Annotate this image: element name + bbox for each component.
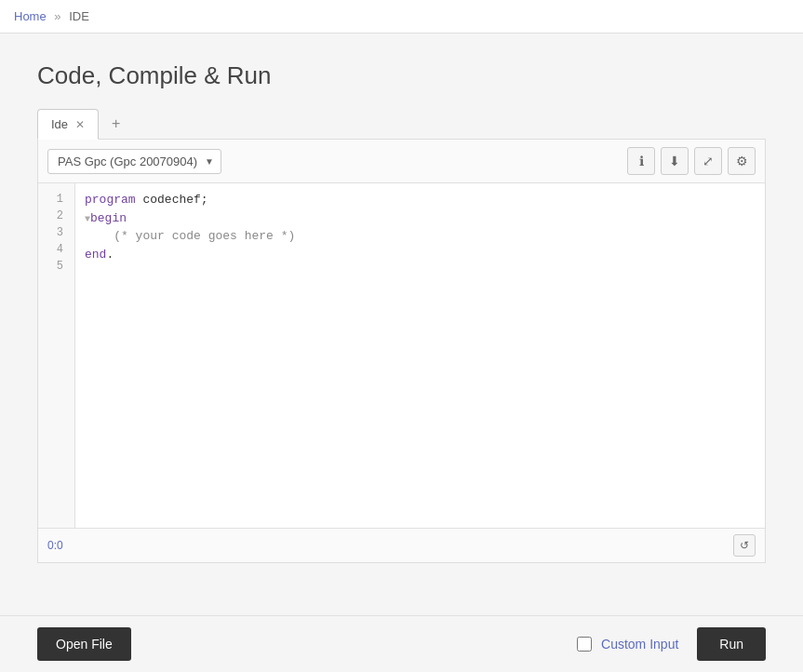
editor-toolbar: PAS Gpc (Gpc 20070904) C (GCC 6.3) C++ (… <box>38 140 765 183</box>
breadcrumb-home[interactable]: Home <box>14 9 47 23</box>
breadcrumb: Home » IDE <box>0 0 803 34</box>
tab-add-button[interactable]: + <box>102 110 129 138</box>
tab-ide[interactable]: Ide ✕ <box>37 109 99 140</box>
breadcrumb-ide: IDE <box>69 9 89 23</box>
code-editor: 1 2 3 4 5 program codechef; ▼begin (* yo… <box>38 183 765 528</box>
cursor-position: 0:0 <box>47 539 63 552</box>
info-icon: ℹ <box>639 154 644 168</box>
lang-select-wrapper: PAS Gpc (Gpc 20070904) C (GCC 6.3) C++ (… <box>47 149 221 174</box>
editor-container: PAS Gpc (Gpc 20070904) C (GCC 6.3) C++ (… <box>37 140 766 563</box>
language-dropdown[interactable]: PAS Gpc (Gpc 20070904) C (GCC 6.3) C++ (… <box>47 149 221 174</box>
reset-icon: ↺ <box>740 539 749 552</box>
download-button[interactable]: ⬇ <box>661 147 689 175</box>
status-bar: 0:0 ↺ <box>38 528 765 562</box>
settings-icon: ⚙ <box>736 154 748 168</box>
breadcrumb-separator: » <box>54 9 60 23</box>
language-selector: PAS Gpc (Gpc 20070904) C (GCC 6.3) C++ (… <box>47 149 221 174</box>
fullscreen-button[interactable]: ⤢ <box>694 147 722 175</box>
info-button[interactable]: ℹ <box>627 147 655 175</box>
tab-ide-label: Ide <box>51 117 68 131</box>
settings-button[interactable]: ⚙ <box>728 147 756 175</box>
page-title: Code, Compile & Run <box>37 61 766 90</box>
code-area[interactable]: program codechef; ▼begin (* your code go… <box>75 183 765 528</box>
line-numbers: 1 2 3 4 5 <box>38 183 75 528</box>
line-number-5: 5 <box>46 258 67 275</box>
line-number-4: 4 <box>46 241 67 258</box>
toolbar-icons: ℹ ⬇ ⤢ ⚙ <box>627 147 756 175</box>
main-content: Code, Compile & Run Ide ✕ + PAS Gpc (Gpc… <box>0 34 803 591</box>
fullscreen-icon: ⤢ <box>703 154 714 168</box>
line-number-2: 2 <box>46 208 67 224</box>
line-number-1: 1 <box>46 191 67 208</box>
download-icon: ⬇ <box>669 154 680 168</box>
tab-close-icon[interactable]: ✕ <box>75 119 85 130</box>
tabs-bar: Ide ✕ + <box>37 109 766 140</box>
line-number-3: 3 <box>46 224 67 241</box>
reset-button[interactable]: ↺ <box>733 534 756 557</box>
